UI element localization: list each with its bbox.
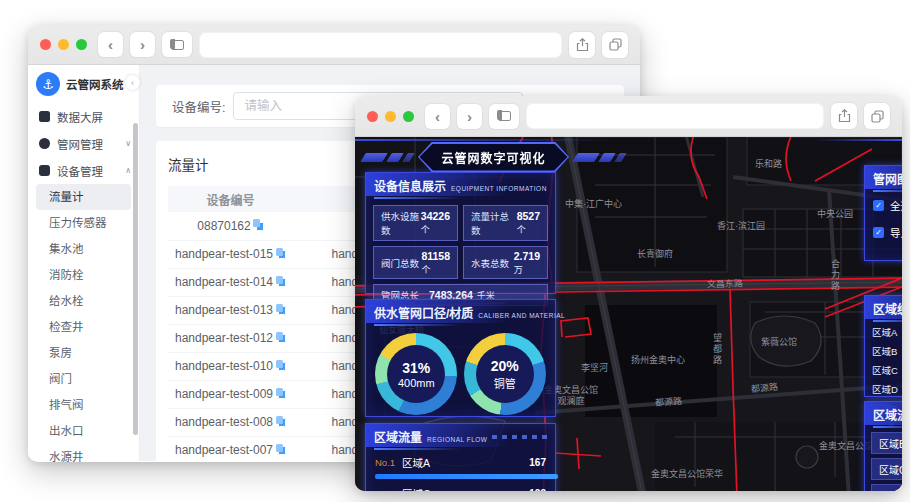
stat-value: 8527个	[517, 210, 540, 235]
address-bar[interactable]	[199, 32, 562, 58]
dashboard-title-badge: 云管网数字可视化	[418, 142, 569, 172]
close-window-button[interactable]	[40, 39, 51, 50]
region-flow-row: 区域D	[871, 484, 902, 491]
header-deco-line	[355, 139, 615, 141]
stat-cell: 供水设施数 34226个	[373, 205, 458, 241]
panel-title: 区域统计	[873, 300, 902, 317]
legend-row: 区域A	[865, 322, 902, 341]
panel-title: 区域流量	[873, 406, 902, 423]
map-road-label: 望都路	[711, 333, 724, 366]
sidebar-subitem-water-source-well[interactable]: 水源井	[36, 444, 131, 462]
sidebar-toggle-icon[interactable]	[489, 104, 519, 129]
sidebar-subitem-pump-house[interactable]: 泵房	[36, 340, 131, 366]
device-id: handpear-test-008	[175, 415, 273, 429]
layer-checkbox-row[interactable]: ✓ 全选	[865, 192, 902, 219]
device-id: 08870162	[197, 219, 250, 233]
sidebar-scrollbar[interactable]	[133, 123, 138, 435]
cell-device-id: handpear-test-007	[168, 436, 293, 461]
pipe-layers-panel: 管网图层 ✓ 全选 ✓ 导入	[864, 165, 902, 261]
copy-icon[interactable]	[278, 250, 286, 259]
gis-dashboard: 乐和路 中集·江广中心 香江·滨江园 中央公园 长青御府 文昌东路 合力路 扬州…	[355, 137, 902, 491]
stat-value: 81158个	[421, 250, 450, 275]
device-id: handpear-test-015	[175, 247, 273, 261]
sidebar-subitem-air-valve[interactable]: 排气阀	[36, 392, 131, 418]
region-flow-row: 区域B	[871, 432, 902, 454]
sidebar-subitem-flowmeter[interactable]: 流量计	[36, 184, 131, 210]
material-donut-chart: 20% 铜管	[464, 333, 546, 415]
sidebar-subitem-water-hydrant[interactable]: 给水栓	[36, 288, 131, 314]
share-button[interactable]	[831, 103, 857, 129]
region-flow-row: 区域C	[871, 458, 902, 480]
sidebar-subitem-pressure-sensor[interactable]: 压力传感器	[36, 210, 131, 236]
map-road-label: 都源路	[750, 380, 778, 395]
dashboard-browser-window: ‹ ›	[355, 96, 902, 491]
cell-device-id: 08870162	[168, 212, 293, 240]
back-button[interactable]: ‹	[98, 32, 123, 57]
copy-icon[interactable]	[278, 306, 286, 315]
sidebar-item-data-screen[interactable]: 数据大屏	[28, 103, 139, 130]
map-road-label: 都源路	[655, 394, 683, 409]
sidebar-subitem-valve[interactable]: 阀门	[36, 366, 131, 392]
stat-cell: 阀门总数 81158个	[373, 246, 458, 279]
copy-icon[interactable]	[278, 390, 286, 399]
pipe-icon	[39, 138, 50, 149]
equipment-info-panel: 设备信息展示 EQUIPMENT INFORMATION 供水设施数 34226…	[365, 172, 556, 294]
address-bar[interactable]	[526, 103, 824, 129]
panel-subtitle: CALIBER AND MATERIAL	[478, 312, 565, 319]
sidebar-subitem-catch-basin[interactable]: 集水池	[36, 236, 131, 262]
stat-cell: 流量计总数 8527个	[463, 205, 548, 241]
caliber-donut-chart: 31% 400mm	[375, 333, 457, 415]
sidebar-item-pipe-management[interactable]: 管网管理 ∨	[28, 130, 139, 157]
sidebar-subitem-inspection-well[interactable]: 检查井	[36, 314, 131, 340]
sidebar-toggle-icon[interactable]	[162, 32, 192, 57]
legend-row: 区域D	[865, 379, 902, 398]
copy-icon[interactable]	[278, 446, 286, 455]
tabs-overview-button[interactable]	[602, 32, 628, 58]
cell-device-id: handpear-test-015	[168, 240, 293, 268]
copy-icon[interactable]	[256, 222, 264, 231]
copy-icon[interactable]	[278, 278, 286, 287]
sidebar-collapse-button[interactable]: ‹	[125, 75, 140, 90]
flow-value: 123	[529, 488, 546, 491]
zoom-window-button[interactable]	[403, 111, 414, 122]
layer-checkbox-row[interactable]: ✓ 导入	[865, 219, 902, 246]
legend-row: 区域B	[865, 341, 902, 360]
zoom-window-button[interactable]	[76, 39, 87, 50]
sidebar-subitem-fire-hydrant[interactable]: 消防栓	[36, 262, 131, 288]
back-button[interactable]: ‹	[425, 104, 450, 129]
cell-device-id: handpear-test-012	[168, 324, 293, 352]
stat-label: 水表总数	[471, 256, 509, 270]
panel-title-bar: 区域统计	[865, 296, 902, 319]
device-id: handpear-test-010	[175, 359, 273, 373]
map-road-label: 文昌东路	[707, 277, 743, 291]
checkbox-checked-icon[interactable]: ✓	[873, 200, 884, 211]
flow-bar	[375, 474, 558, 479]
tab-icon	[171, 40, 184, 50]
panel-subtitle: REGIONAL FLOW	[427, 436, 487, 443]
map-river-label: 李坚河	[581, 361, 608, 374]
map-road-label: 乐和路	[755, 157, 782, 170]
legend-label: 区域A	[872, 325, 897, 339]
checkbox-checked-icon[interactable]: ✓	[873, 227, 884, 238]
caliber-material-panel: 供水管网口径/材质 CALIBER AND MATERIAL 31% 400mm…	[365, 299, 556, 417]
stat-value: 34226个	[421, 210, 450, 235]
share-button[interactable]	[569, 32, 595, 58]
close-window-button[interactable]	[367, 111, 378, 122]
logo-icon: ⚓	[36, 72, 60, 96]
chevron-up-icon: ∧	[125, 166, 131, 175]
panel-subtitle: EQUIPMENT INFORMATION	[451, 185, 547, 192]
minimize-window-button[interactable]	[385, 111, 396, 122]
flow-value: 167	[529, 457, 546, 468]
tabs-overview-button[interactable]	[864, 103, 890, 129]
sidebar-item-device-management[interactable]: 设备管理 ∧	[28, 157, 139, 184]
minimize-window-button[interactable]	[58, 39, 69, 50]
copy-icon[interactable]	[278, 418, 286, 427]
copy-icon[interactable]	[278, 362, 286, 371]
forward-button[interactable]: ›	[130, 32, 155, 57]
copy-tabs-icon	[609, 38, 622, 51]
forward-button[interactable]: ›	[457, 104, 482, 129]
stat-cell: 水表总数 2.719万	[463, 246, 548, 279]
sidebar-subitem-outlet[interactable]: 出水口	[36, 418, 131, 444]
copy-icon[interactable]	[278, 334, 286, 343]
rank-label: No.2	[375, 488, 395, 491]
